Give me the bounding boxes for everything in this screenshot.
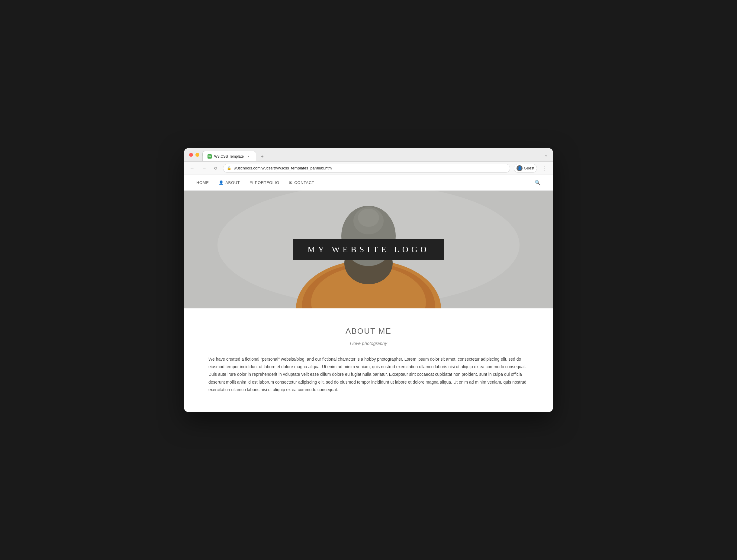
back-button[interactable]: ← <box>188 164 196 172</box>
nav-about-label: ABOUT <box>225 180 240 185</box>
logo-text: MY WEBSITE LOGO <box>307 245 430 254</box>
more-options-button[interactable]: ⋮ <box>541 164 549 172</box>
nav-contact[interactable]: ✉ CONTACT <box>289 180 314 185</box>
minimize-button[interactable] <box>195 153 199 157</box>
new-tab-button[interactable]: + <box>259 153 266 160</box>
tab-close-button[interactable]: × <box>246 154 251 159</box>
url-bar[interactable]: 🔒 w3schools.com/w3css/tryw3css_templates… <box>223 164 510 173</box>
about-title: ABOUT ME <box>208 327 529 336</box>
site-nav: HOME 👤 ABOUT ⊞ PORTFOLIO ✉ CONTACT 🔍 <box>184 175 553 191</box>
hero-section: MY WEBSITE LOGO <box>184 191 553 308</box>
nav-portfolio[interactable]: ⊞ PORTFOLIO <box>249 180 279 185</box>
window-control-collapse[interactable]: ⌄ <box>544 153 548 157</box>
website-content: HOME 👤 ABOUT ⊞ PORTFOLIO ✉ CONTACT 🔍 <box>184 175 553 412</box>
profile-button[interactable]: 👤 Guest <box>514 164 537 173</box>
browser-window: W W3.CSS Template × + ⌄ ← → ↻ 🔒 w3school… <box>184 148 553 412</box>
title-bar: W W3.CSS Template × + ⌄ <box>184 148 553 162</box>
contact-envelope-icon: ✉ <box>289 180 293 185</box>
about-section: ABOUT ME I love photography We have crea… <box>184 308 553 412</box>
refresh-button[interactable]: ↻ <box>212 165 219 172</box>
forward-button[interactable]: → <box>200 164 208 172</box>
about-person-icon: 👤 <box>219 180 224 185</box>
nav-home-label: HOME <box>196 180 209 185</box>
close-button[interactable] <box>189 153 193 157</box>
nav-contact-label: CONTACT <box>294 180 314 185</box>
tab-favicon: W <box>208 154 212 159</box>
nav-home[interactable]: HOME <box>196 180 209 185</box>
search-icon[interactable]: 🔍 <box>535 180 541 185</box>
url-text: w3schools.com/w3css/tryw3css_templates_p… <box>234 166 332 170</box>
tab-bar: W W3.CSS Template × + <box>202 148 266 161</box>
lock-icon: 🔒 <box>227 166 231 170</box>
tab-title: W3.CSS Template <box>214 154 244 159</box>
profile-icon: 👤 <box>517 165 523 171</box>
address-bar: ← → ↻ 🔒 w3schools.com/w3css/tryw3css_tem… <box>184 162 553 175</box>
profile-label: Guest <box>524 166 534 170</box>
about-subtitle: I love photography <box>208 341 529 346</box>
nav-about[interactable]: 👤 ABOUT <box>219 180 240 185</box>
nav-links: HOME 👤 ABOUT ⊞ PORTFOLIO ✉ CONTACT <box>196 180 314 185</box>
svg-point-12 <box>358 209 379 227</box>
portfolio-grid-icon: ⊞ <box>249 180 253 185</box>
hero-logo-banner: MY WEBSITE LOGO <box>293 239 444 260</box>
about-body-text: We have created a fictional "personal" w… <box>208 356 529 394</box>
nav-portfolio-label: PORTFOLIO <box>255 180 279 185</box>
active-tab[interactable]: W W3.CSS Template × <box>202 151 256 161</box>
